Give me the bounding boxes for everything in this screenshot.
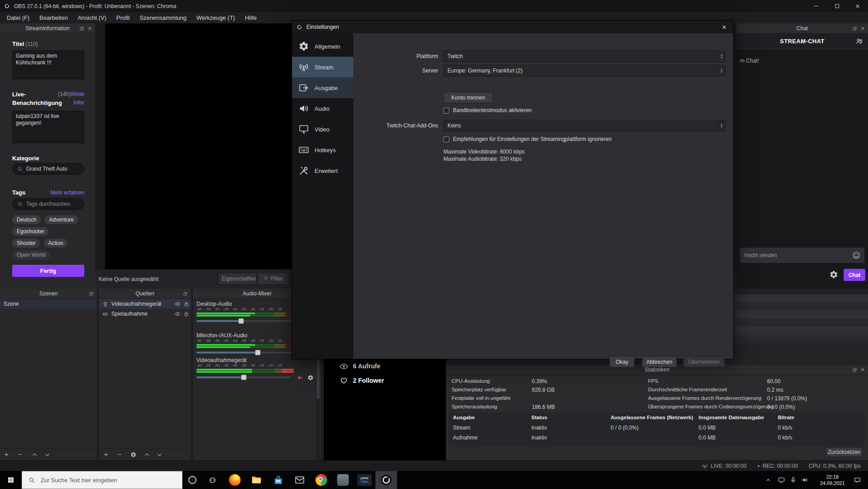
channel-settings-gear-icon[interactable] bbox=[307, 375, 314, 381]
nav-item-audio[interactable]: Audio bbox=[292, 98, 353, 119]
tag-pill[interactable]: Egoshooter bbox=[12, 227, 49, 236]
addons-dropdown[interactable]: Keins ▴▾ bbox=[443, 120, 726, 131]
source-properties-gear-icon[interactable] bbox=[130, 452, 137, 458]
stream-info-dock-header[interactable]: Streaminformation ✕ bbox=[0, 23, 95, 34]
nav-item-ausgabe[interactable]: Ausgabe bbox=[292, 77, 353, 98]
dock-float-icon[interactable] bbox=[183, 291, 188, 296]
spinner-arrows-icon[interactable]: ▴▾ bbox=[717, 51, 725, 62]
chat-send-button[interactable]: Chat bbox=[844, 269, 865, 281]
taskbar-clock[interactable]: 22:18 24.09.2021 bbox=[815, 474, 850, 486]
source-item[interactable]: Videoaufnahmegerät bbox=[99, 299, 191, 309]
minimize-button[interactable] bbox=[806, 0, 827, 12]
taskbar-explorer-button[interactable] bbox=[246, 471, 267, 489]
add-scene-button[interactable]: + bbox=[5, 451, 9, 458]
cancel-button[interactable]: Abbrechen bbox=[642, 356, 677, 367]
tag-pill[interactable]: Deutsch bbox=[12, 215, 41, 224]
tag-pill[interactable]: Action bbox=[44, 239, 68, 248]
scenes-dock-header[interactable]: Szenen bbox=[0, 289, 97, 299]
spinner-arrows-icon[interactable]: ▴▾ bbox=[717, 120, 725, 131]
tags-learn-more-link[interactable]: Mehr erfahren bbox=[50, 190, 84, 196]
start-button[interactable] bbox=[0, 471, 22, 489]
taskbar-gray-app-button[interactable] bbox=[332, 471, 354, 489]
nav-item-erweitert[interactable]: Erweitert bbox=[292, 160, 353, 181]
dialog-close-button[interactable]: ✕ bbox=[715, 21, 733, 33]
menu-item-szenensammlung[interactable]: Szenensammlung bbox=[135, 12, 192, 23]
category-search-input[interactable]: Grand Theft Auto bbox=[12, 163, 84, 175]
lock-icon[interactable] bbox=[183, 301, 189, 307]
tag-pill[interactable]: Open World bbox=[12, 250, 50, 259]
notify-more-link[interactable]: Weite bbox=[71, 91, 84, 97]
ok-button[interactable]: Okay bbox=[609, 356, 635, 367]
viewer-list-icon[interactable] bbox=[855, 37, 863, 45]
menu-item-datei[interactable]: Datei (F) bbox=[2, 12, 35, 23]
task-view-button[interactable] bbox=[202, 471, 222, 489]
move-scene-down-icon[interactable] bbox=[44, 452, 50, 458]
spinner-arrows-icon[interactable]: ▴▾ bbox=[717, 65, 725, 76]
tray-volume-icon[interactable] bbox=[801, 476, 809, 484]
remove-scene-button[interactable]: − bbox=[18, 451, 22, 458]
taskbar-obs-button[interactable] bbox=[375, 471, 397, 489]
chat-message-input[interactable]: hricht senden bbox=[740, 248, 864, 263]
remove-source-button[interactable]: − bbox=[118, 451, 122, 458]
dock-float-icon[interactable] bbox=[852, 26, 857, 31]
stream-title-textarea[interactable]: Gaming aus dem Kühlschrank !!! bbox=[12, 50, 84, 79]
notify-more-link[interactable]: Infor bbox=[73, 100, 84, 106]
visibility-eye-icon[interactable] bbox=[174, 301, 181, 307]
tray-chevron-up-icon[interactable] bbox=[765, 477, 771, 483]
tag-pill[interactable]: Adventure bbox=[45, 215, 78, 224]
dock-float-icon[interactable] bbox=[852, 367, 857, 372]
nav-item-stream[interactable]: Stream bbox=[292, 57, 353, 77]
dock-float-icon[interactable] bbox=[79, 26, 84, 31]
volume-slider[interactable] bbox=[196, 318, 294, 324]
bandwidth-test-checkbox[interactable]: Bandbreitentestmodus aktivieren bbox=[443, 107, 532, 113]
live-notification-textarea[interactable]: tulpan1337 ist live gegangen! bbox=[12, 111, 84, 143]
move-source-up-icon[interactable] bbox=[144, 452, 150, 458]
lock-icon[interactable] bbox=[183, 311, 189, 317]
volume-slider[interactable] bbox=[196, 350, 294, 355]
cortana-button[interactable] bbox=[183, 471, 202, 489]
menu-item-ansicht[interactable]: Ansicht (V) bbox=[73, 12, 111, 23]
nav-item-hotkeys[interactable]: Hotkeys bbox=[292, 140, 353, 160]
sources-dock-header[interactable]: Quellen bbox=[99, 289, 191, 299]
taskbar-chrome-button[interactable] bbox=[311, 471, 332, 489]
visibility-eye-icon[interactable] bbox=[174, 311, 181, 317]
action-center-icon[interactable] bbox=[854, 476, 861, 484]
close-button[interactable]: ✕ bbox=[847, 0, 868, 12]
chat-settings-gear-icon[interactable] bbox=[829, 270, 838, 279]
dock-close-icon[interactable]: ✕ bbox=[88, 26, 92, 32]
tag-pill[interactable]: Shooter bbox=[12, 239, 40, 248]
platform-dropdown[interactable]: Twitch ▴▾ bbox=[443, 50, 726, 62]
menu-item-profil[interactable]: Profil bbox=[111, 12, 135, 23]
move-scene-up-icon[interactable] bbox=[32, 452, 38, 458]
source-item[interactable]: Spielaufnahme bbox=[99, 309, 191, 319]
properties-button[interactable]: Eigenschaften bbox=[219, 273, 256, 285]
ignore-recommendations-checkbox[interactable]: Empfehlungen für Einstellungen der Strea… bbox=[443, 136, 612, 142]
apply-button[interactable]: Übernehmen bbox=[683, 356, 725, 367]
menu-item-bearbeiten[interactable]: Bearbeiten bbox=[35, 12, 73, 23]
dialog-titlebar[interactable]: Einstellungen ✕ bbox=[292, 21, 733, 33]
taskbar-mail-button[interactable] bbox=[289, 471, 311, 489]
tags-search-input[interactable]: Tags durchsuchen bbox=[12, 198, 84, 210]
dock-close-icon[interactable]: ✕ bbox=[861, 26, 865, 32]
taskbar-prime-video-button[interactable]: prime video bbox=[354, 471, 375, 489]
taskbar-store-button[interactable] bbox=[267, 471, 289, 489]
server-dropdown[interactable]: Europe: Germany, Frankfurt (2) ▴▾ bbox=[443, 65, 726, 77]
tray-mic-icon[interactable] bbox=[790, 476, 797, 484]
chat-dock-header[interactable]: Chat ✕ bbox=[736, 23, 868, 34]
nav-item-allgemein[interactable]: Allgemein bbox=[292, 36, 353, 57]
taskbar-search-input[interactable]: Zur Suche Text hier eingeben bbox=[22, 471, 183, 489]
muted-speaker-icon[interactable] bbox=[297, 374, 304, 381]
add-source-button[interactable]: + bbox=[104, 451, 108, 458]
filter-button[interactable]: Filter bbox=[258, 273, 288, 285]
tray-display-icon[interactable] bbox=[778, 476, 785, 484]
taskbar-firefox-button[interactable] bbox=[224, 471, 246, 489]
emote-smiley-icon[interactable] bbox=[852, 251, 860, 259]
dock-close-icon[interactable]: ✕ bbox=[861, 367, 865, 373]
maximize-button[interactable] bbox=[827, 0, 847, 12]
move-source-down-icon[interactable] bbox=[156, 452, 163, 458]
dock-float-icon[interactable] bbox=[89, 291, 94, 296]
volume-slider[interactable] bbox=[196, 375, 291, 380]
nav-item-video[interactable]: Video bbox=[292, 119, 353, 140]
scene-item[interactable]: Szene bbox=[0, 299, 97, 309]
menu-item-hilfe[interactable]: Hilfe bbox=[240, 12, 261, 23]
